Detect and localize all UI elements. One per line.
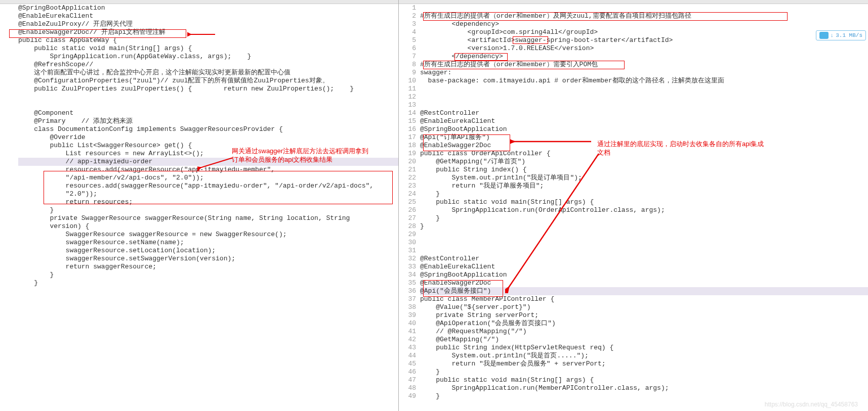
code-line[interactable]: @RestController xyxy=(420,109,868,117)
code-line[interactable]: public static void main(String[] args) { xyxy=(420,376,868,384)
code-line[interactable]: resources.add(swaggerResource("app-itmay… xyxy=(18,182,398,190)
speed-badge[interactable]: ↓ 3.1 MB/s xyxy=(816,30,866,40)
left-tabs[interactable] xyxy=(0,0,398,4)
code-line[interactable]: public static void main(String[] args) { xyxy=(420,198,868,206)
code-line[interactable]: @EnableSwagger2Doc xyxy=(420,142,868,150)
code-line[interactable]: @GetMapping("/订单首页") xyxy=(420,158,868,166)
left-gutter xyxy=(0,4,18,411)
code-line[interactable]: swagger: xyxy=(420,69,868,77)
code-line[interactable]: @Primary // 添加文档来源 xyxy=(18,117,398,125)
code-line[interactable]: // app-itmayiedu-order xyxy=(18,158,398,166)
code-line[interactable]: public String index() { xyxy=(420,166,868,174)
code-line[interactable]: } xyxy=(18,279,398,287)
code-line[interactable]: <artifactId>swagger-spring-boot-starter<… xyxy=(420,36,868,44)
code-line[interactable]: #所有生成日志的提供者（order和member）及网关zuul,需要配置各自项… xyxy=(420,12,868,20)
code-line[interactable]: <groupId>com.spring4all</groupId> xyxy=(420,28,868,36)
code-line[interactable]: SwaggerResource swaggerResource = new Sw… xyxy=(18,231,398,239)
code-line[interactable]: @Value("${server.port}") xyxy=(420,303,868,311)
code-line[interactable] xyxy=(420,231,868,239)
code-line[interactable] xyxy=(420,93,868,101)
code-line[interactable]: @Api("会员服务接口") xyxy=(420,287,868,295)
code-line[interactable]: public class MemberAPIController { xyxy=(420,295,868,303)
code-line[interactable]: swaggerResource.setLocation(location); xyxy=(18,247,398,255)
code-line[interactable]: public List<SwaggerResource> get() { xyxy=(18,142,398,150)
code-line[interactable] xyxy=(18,93,398,101)
code-line[interactable] xyxy=(420,101,868,109)
code-line[interactable]: SpringApplication.run(OrderApiController… xyxy=(420,206,868,214)
code-line[interactable]: "2.0")); xyxy=(18,190,398,198)
code-line[interactable]: </dependency> xyxy=(420,53,868,61)
code-line[interactable]: @EnableZuulProxy// 开启网关代理 xyxy=(18,20,398,28)
code-line[interactable]: @EnableSwagger2Doc// 开启api文档管理注解 xyxy=(18,28,398,36)
code-line[interactable]: swaggerResource.setSwaggerVersion(versio… xyxy=(18,255,398,263)
left-pane: @SpringBootApplication@EnableEurekaClien… xyxy=(0,0,399,411)
right-gutter: 1234567891011121314151617181920212223242… xyxy=(399,4,420,411)
code-line[interactable] xyxy=(18,101,398,109)
code-line[interactable]: // @RequestMapping("/") xyxy=(420,328,868,336)
code-line[interactable]: @EnableSwagger2Doc xyxy=(420,279,868,287)
code-line[interactable]: private SwaggerResource swaggerResource(… xyxy=(18,214,398,222)
left-code[interactable]: @SpringBootApplication@EnableEurekaClien… xyxy=(18,4,398,411)
code-line[interactable]: return resources; xyxy=(18,198,398,206)
code-line[interactable]: @RefreshScope// xyxy=(18,61,398,69)
code-line[interactable] xyxy=(420,85,868,93)
code-line[interactable]: public String index(HttpServletRequest r… xyxy=(420,344,868,352)
code-line[interactable]: System.out.println("我是首页....."); xyxy=(420,352,868,360)
right-editor[interactable]: 1234567891011121314151617181920212223242… xyxy=(399,4,868,411)
code-line[interactable]: @Override xyxy=(18,133,398,142)
code-line[interactable]: } xyxy=(420,392,868,400)
code-line[interactable]: @SpringBootApplication xyxy=(420,271,868,279)
code-line[interactable] xyxy=(420,247,868,255)
code-line[interactable]: @RestController xyxy=(420,255,868,263)
code-line[interactable]: @Component xyxy=(18,109,398,117)
code-line[interactable]: @EnableEurekaClient xyxy=(18,12,398,20)
code-line[interactable]: } xyxy=(18,271,398,279)
left-editor[interactable]: @SpringBootApplication@EnableEurekaClien… xyxy=(0,4,398,411)
code-line[interactable]: @SpringBootApplication xyxy=(18,4,398,12)
code-line[interactable]: class DocumentationConfig implements Swa… xyxy=(18,125,398,133)
code-line[interactable]: return "我是member会员服务" + serverPort; xyxy=(420,360,868,368)
cloud-icon xyxy=(819,32,829,39)
code-line[interactable]: @SpringBootApplication xyxy=(420,125,868,133)
code-line[interactable]: @ApiOperation("会员服务首页接口") xyxy=(420,319,868,328)
code-line[interactable]: return "我是订单服务项目"; xyxy=(420,182,868,190)
code-line[interactable]: public ZuulProperties zuulProperties() {… xyxy=(18,85,398,93)
code-line[interactable] xyxy=(420,239,868,247)
code-line[interactable]: } xyxy=(420,190,868,198)
code-line[interactable]: @GetMapping("/") xyxy=(420,336,868,344)
code-line[interactable]: "/api-member/v2/api-docs", "2.0")); xyxy=(18,174,398,182)
code-line[interactable]: <dependency> xyxy=(420,20,868,28)
watermark: https://blog.csdn.net/qq_45458763 xyxy=(765,401,858,408)
download-arrow-icon: ↓ xyxy=(831,32,834,38)
right-pane: 1234567891011121314151617181920212223242… xyxy=(399,0,868,411)
code-line[interactable]: } xyxy=(420,222,868,231)
right-code[interactable]: #所有生成日志的提供者（order和member）及网关zuul,需要配置各自项… xyxy=(420,4,868,411)
code-line[interactable] xyxy=(420,4,868,12)
right-tabs[interactable] xyxy=(399,0,868,4)
code-line[interactable]: @Api("订单API服务") xyxy=(420,133,868,142)
code-line[interactable]: @EnableEurekaClient xyxy=(420,263,868,271)
code-line[interactable]: swaggerResource.setName(name); xyxy=(18,239,398,247)
code-line[interactable]: @EnableEurekaClient xyxy=(420,117,868,125)
code-line[interactable]: System.out.println("我是订单项目"); xyxy=(420,174,868,182)
code-line[interactable]: public class AppGateWay { xyxy=(18,36,398,44)
code-line[interactable]: 这个前面配置中心讲过，配合监控中心开启，这个注解能实现实时更新最新的配置中心值 xyxy=(18,69,398,77)
code-line[interactable]: } xyxy=(420,214,868,222)
code-line[interactable]: resources.add(swaggerResource("app-itmay… xyxy=(18,166,398,174)
code-line[interactable]: } xyxy=(18,206,398,214)
code-line[interactable]: base-package: com.itmayeidu.api # order和… xyxy=(420,77,868,85)
code-line[interactable]: private String serverPort; xyxy=(420,311,868,319)
code-line[interactable]: List resources = new ArrayList<>(); xyxy=(18,150,398,158)
code-line[interactable]: return swaggerResource; xyxy=(18,263,398,271)
code-line[interactable]: @ConfigurationProperties("zuul")// zuul配… xyxy=(18,77,398,85)
code-line[interactable]: version) { xyxy=(18,222,398,231)
code-line[interactable]: #所有生成日志的提供者（order和member）需要引入POM包 xyxy=(420,61,868,69)
code-line[interactable]: SpringApplication.run(AppGateWay.class, … xyxy=(18,53,398,61)
speed-value: 3.1 MB/s xyxy=(836,32,862,38)
code-line[interactable]: public static void main(String[] args) { xyxy=(18,44,398,53)
code-line[interactable]: public class OrderApiController { xyxy=(420,150,868,158)
code-line[interactable]: <version>1.7.0.RELEASE</version> xyxy=(420,44,868,53)
code-line[interactable]: } xyxy=(420,368,868,376)
code-line[interactable]: SpringApplication.run(MemberAPIControlle… xyxy=(420,384,868,392)
editor-container: @SpringBootApplication@EnableEurekaClien… xyxy=(0,0,868,411)
